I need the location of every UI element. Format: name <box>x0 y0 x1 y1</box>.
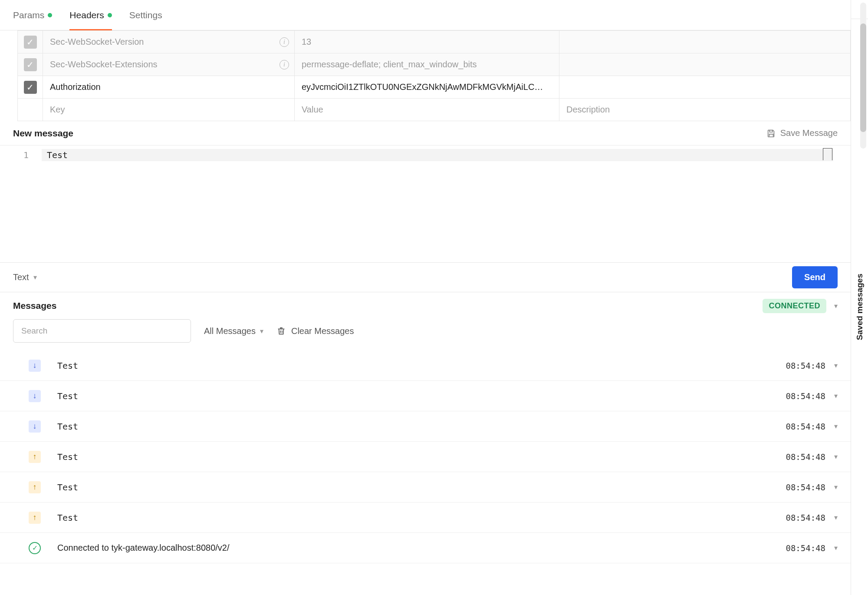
message-text: Test <box>57 360 786 371</box>
trash-icon <box>276 326 286 336</box>
chevron-down-icon: ▾ <box>260 327 263 335</box>
tab-settings[interactable]: Settings <box>129 0 162 30</box>
editor-gutter: 1 <box>0 145 42 262</box>
info-icon[interactable]: i <box>279 60 289 69</box>
chevron-down-icon[interactable]: ▾ <box>834 453 838 461</box>
tab-settings-label: Settings <box>129 10 162 20</box>
header-key-cell[interactable]: Authorization <box>43 76 295 99</box>
chevron-down-icon[interactable]: ▾ <box>834 513 838 522</box>
header-value-cell[interactable]: 13 <box>295 31 559 53</box>
message-time: 08:54:48 <box>786 483 825 492</box>
message-text: Connected to tyk-gateway.localhost:8080/… <box>57 543 786 553</box>
saved-messages-label: Saved messages <box>855 274 865 340</box>
incoming-icon: ↓ <box>29 360 41 372</box>
scrollbar-track[interactable] <box>860 3 866 149</box>
chevron-down-icon[interactable]: ▾ <box>834 392 838 400</box>
send-button[interactable]: Send <box>792 266 838 288</box>
message-text: Test <box>57 512 786 523</box>
success-icon: ✓ <box>29 542 41 554</box>
scrollbar-thumb[interactable] <box>860 23 866 132</box>
incoming-icon: ↓ <box>29 420 41 433</box>
save-message-label: Save Message <box>780 128 838 138</box>
editor-body[interactable]: Test <box>42 145 851 262</box>
message-time: 08:54:48 <box>786 543 825 553</box>
messages-search-input[interactable] <box>13 319 191 343</box>
message-row[interactable]: ↓Test08:54:48▾ <box>0 411 851 442</box>
chevron-down-icon[interactable]: ▾ <box>834 544 838 552</box>
messages-list: ↓Test08:54:48▾↓Test08:54:48▾↓Test08:54:4… <box>0 350 851 595</box>
header-checkbox[interactable]: ✓ <box>24 36 37 49</box>
header-row[interactable]: ✓AuthorizationeyJvcmciOiI1ZTlkOTU0NGExZG… <box>18 76 851 99</box>
header-desc-cell[interactable] <box>559 31 851 53</box>
message-text: Test <box>57 391 786 401</box>
header-key-cell[interactable]: Sec-WebSocket-Versioni <box>43 31 295 53</box>
content-pane: Params Headers Settings ✓Sec-WebSocket-V… <box>0 0 851 595</box>
message-row[interactable]: ↑Test08:54:48▾ <box>0 472 851 502</box>
header-value-cell[interactable]: eyJvcmciOiI1ZTlkOTU0NGExZGNkNjAwMDFkMGVk… <box>295 76 559 99</box>
header-value-input[interactable]: Value <box>295 99 559 121</box>
message-time: 08:54:48 <box>786 513 825 522</box>
chevron-down-icon: ▾ <box>33 273 37 281</box>
tab-params-label: Params <box>13 10 44 20</box>
header-key-input[interactable]: Key <box>43 99 295 121</box>
messages-header: Messages CONNECTED ▾ <box>0 292 851 319</box>
tab-params[interactable]: Params <box>13 0 52 30</box>
headers-table-wrap: ✓Sec-WebSocket-Versioni13✓Sec-WebSocket-… <box>0 30 851 121</box>
headers-table: ✓Sec-WebSocket-Versioni13✓Sec-WebSocket-… <box>17 30 851 121</box>
header-row[interactable]: ✓Sec-WebSocket-Extensionsipermessage-def… <box>18 53 851 76</box>
message-row[interactable]: ↓Test08:54:48▾ <box>0 381 851 411</box>
chevron-down-icon[interactable]: ▾ <box>834 361 838 370</box>
line-number: 1 <box>0 149 42 161</box>
editor-line: Test <box>42 149 833 161</box>
connection-status-badge: CONNECTED <box>763 299 826 313</box>
header-checkbox[interactable]: ✓ <box>24 58 37 71</box>
editor-footer: Text ▾ Send <box>0 263 851 292</box>
message-editor[interactable]: 1 Test <box>0 145 851 263</box>
chevron-down-icon[interactable]: ▾ <box>834 422 838 430</box>
new-message-title: New message <box>13 128 73 139</box>
message-row[interactable]: ↑Test08:54:48▾ <box>0 502 851 533</box>
message-row[interactable]: ↑Test08:54:48▾ <box>0 442 851 472</box>
messages-filter-label: All Messages <box>204 326 256 336</box>
header-desc-input[interactable]: Description <box>559 99 851 121</box>
message-row[interactable]: ✓Connected to tyk-gateway.localhost:8080… <box>0 533 851 563</box>
header-row[interactable]: ✓Sec-WebSocket-Versioni13 <box>18 31 851 53</box>
clear-messages-label: Clear Messages <box>291 326 354 336</box>
message-text: Test <box>57 421 786 432</box>
message-time: 08:54:48 <box>786 422 825 431</box>
header-checkbox[interactable]: ✓ <box>24 81 37 94</box>
header-key-cell[interactable]: Sec-WebSocket-Extensionsi <box>43 53 295 76</box>
clear-messages-button[interactable]: Clear Messages <box>276 326 354 336</box>
header-value-cell[interactable]: permessage-deflate; client_max_window_bi… <box>295 53 559 76</box>
save-message-button[interactable]: Save Message <box>766 128 838 138</box>
messages-title: Messages <box>13 301 56 311</box>
save-icon <box>766 129 776 138</box>
message-text: Test <box>57 452 786 462</box>
message-time: 08:54:48 <box>786 452 825 462</box>
message-type-select[interactable]: Text ▾ <box>13 272 37 282</box>
tab-headers[interactable]: Headers <box>69 0 112 30</box>
message-type-label: Text <box>13 272 29 282</box>
selection-handle-icon[interactable] <box>823 148 832 160</box>
outgoing-icon: ↑ <box>29 481 41 493</box>
message-text: Test <box>57 482 786 493</box>
message-time: 08:54:48 <box>786 391 825 401</box>
message-row[interactable]: ↓Test08:54:48▾ <box>0 350 851 381</box>
chevron-down-icon[interactable]: ▾ <box>834 483 838 491</box>
header-desc-cell[interactable] <box>559 53 851 76</box>
tab-params-dot-icon <box>48 13 52 17</box>
messages-filter-select[interactable]: All Messages ▾ <box>204 326 263 336</box>
outgoing-icon: ↑ <box>29 512 41 524</box>
tab-headers-dot-icon <box>108 13 112 17</box>
new-message-header: New message Save Message <box>0 121 851 145</box>
header-new-row[interactable]: KeyValueDescription <box>18 99 851 121</box>
header-checkbox-empty <box>18 99 43 121</box>
header-desc-cell[interactable] <box>559 76 851 99</box>
info-icon[interactable]: i <box>279 37 289 47</box>
outgoing-icon: ↑ <box>29 451 41 463</box>
chevron-down-icon[interactable]: ▾ <box>834 302 838 310</box>
messages-toolbar: All Messages ▾ Clear Messages <box>0 319 851 350</box>
message-time: 08:54:48 <box>786 361 825 370</box>
tabs-bar: Params Headers Settings <box>0 0 851 30</box>
tab-headers-label: Headers <box>69 10 104 20</box>
